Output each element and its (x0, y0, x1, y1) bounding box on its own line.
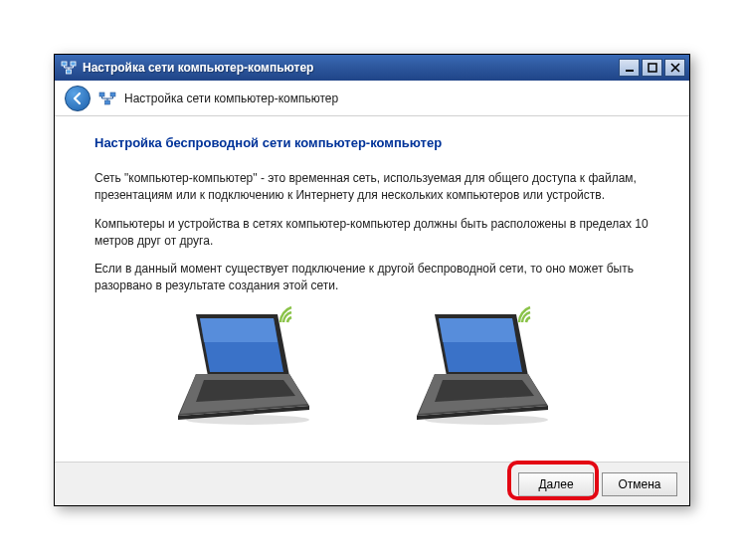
cancel-button[interactable]: Отмена (602, 472, 677, 496)
description-1: Сеть "компьютер-компьютер" - это временн… (94, 170, 650, 204)
next-button[interactable]: Далее (518, 472, 594, 496)
svg-rect-6 (110, 93, 115, 96)
network-icon (98, 90, 116, 107)
svg-point-9 (425, 415, 548, 425)
wizard-header: Настройка сети компьютер-компьютер (55, 81, 689, 116)
svg-rect-1 (71, 62, 76, 66)
svg-rect-2 (67, 70, 72, 74)
laptops-illustration (94, 306, 650, 426)
description-2: Компьютеры и устройства в сетях компьюте… (94, 216, 650, 250)
wizard-window: Настройка сети компьютер-компьютер (54, 54, 690, 506)
wifi-signal-icon (514, 302, 544, 326)
description-3: Если в данный момент существует подключе… (94, 261, 650, 294)
laptop-right-icon (417, 306, 566, 426)
svg-point-8 (186, 415, 309, 425)
window-title: Настройка сети компьютер-компьютер (83, 61, 619, 75)
window-controls (619, 59, 685, 77)
svg-rect-4 (649, 64, 656, 72)
titlebar: Настройка сети компьютер-компьютер (55, 55, 689, 81)
wizard-content: Настройка беспроводной сети компьютер-ко… (55, 116, 689, 462)
minimize-button[interactable] (619, 59, 640, 77)
page-heading: Настройка беспроводной сети компьютер-ко… (94, 134, 650, 152)
svg-rect-5 (99, 93, 104, 96)
close-button[interactable] (664, 59, 685, 77)
back-button[interactable] (65, 86, 91, 111)
network-app-icon (61, 60, 77, 76)
wizard-footer: Далее Отмена (55, 462, 689, 505)
maximize-button[interactable] (642, 59, 662, 77)
svg-rect-0 (62, 62, 67, 66)
wizard-header-title: Настройка сети компьютер-компьютер (124, 92, 338, 105)
laptop-left-icon (178, 306, 327, 426)
svg-rect-7 (105, 100, 110, 104)
wifi-signal-icon (276, 302, 305, 326)
